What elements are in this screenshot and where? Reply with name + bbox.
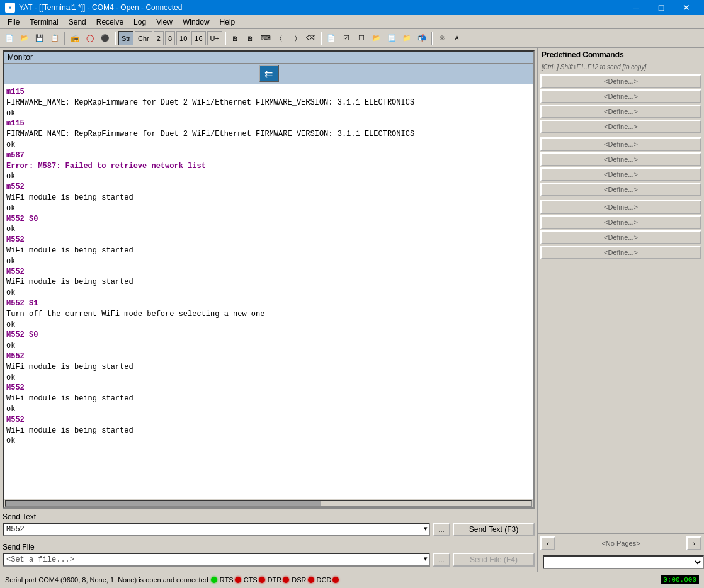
tb-uplus[interactable]: U+: [207, 31, 222, 45]
send-file-input[interactable]: [3, 553, 430, 567]
nav-prev-button[interactable]: ‹: [540, 536, 555, 550]
tb-term1[interactable]: ⌨: [259, 31, 273, 45]
transfer-button[interactable]: ⇇: [259, 65, 279, 82]
predef-btn-12[interactable]: <Define...>: [540, 246, 701, 259]
tb-2[interactable]: 2: [154, 31, 164, 45]
predef-btn-9[interactable]: <Define...>: [540, 200, 701, 214]
terminal-line: m115: [6, 87, 531, 98]
sep3: [225, 32, 226, 45]
nav-next-button[interactable]: ›: [686, 536, 701, 550]
terminal-line: WiFi module is being started: [6, 362, 531, 373]
tb-log5[interactable]: 📃: [385, 31, 399, 45]
title-bar: Y YAT - [[Terminal1 *]] - COM4 - Open - …: [0, 0, 704, 15]
predefined-hint: [Ctrl+] Shift+F1..F12 to send [to copy]: [538, 62, 704, 72]
tb-10[interactable]: 10: [176, 31, 190, 45]
menu-view[interactable]: View: [151, 16, 178, 28]
tb-copy[interactable]: 🗎: [229, 31, 242, 45]
menu-terminal[interactable]: Terminal: [25, 16, 63, 28]
connection-led: [211, 577, 217, 583]
menu-file[interactable]: File: [3, 16, 25, 28]
predef-btn-10[interactable]: <Define...>: [540, 215, 701, 229]
tb-disconnect[interactable]: ⚫: [98, 31, 112, 45]
tb-term4[interactable]: ⌫: [304, 31, 318, 45]
send-text-browse-button[interactable]: ...: [433, 523, 450, 536]
tb-stop[interactable]: ◯: [83, 31, 97, 45]
cts-led: [259, 577, 265, 583]
send-text-row: ... Send Text (F3): [3, 523, 535, 536]
send-file-browse-button[interactable]: ...: [433, 553, 450, 567]
tb-save[interactable]: 💾: [33, 31, 47, 45]
monitor-title: Monitor: [8, 53, 33, 62]
tb-save-as[interactable]: 📋: [48, 31, 62, 45]
send-text-label: Send Text: [3, 512, 535, 521]
predef-btn-6[interactable]: <Define...>: [540, 152, 701, 166]
rts-led: [235, 577, 241, 583]
tb-log2[interactable]: ☑: [339, 31, 353, 45]
terminal-line: WiFi module is being started: [6, 277, 531, 288]
terminal-line: FIRMWARE_NAME: RepRapFirmware for Duet 2…: [6, 129, 531, 140]
close-button[interactable]: ✕: [674, 0, 699, 15]
predef-btn-5[interactable]: <Define...>: [540, 137, 701, 151]
sep2: [115, 32, 116, 45]
tb-chr[interactable]: Chr: [135, 31, 152, 45]
menu-help[interactable]: Help: [215, 16, 241, 28]
tb-new[interactable]: 📄: [3, 31, 16, 45]
status-bar: Serial port COM4 (9600, 8, None, 1, None…: [0, 572, 704, 587]
predef-btn-4[interactable]: <Define...>: [540, 120, 701, 133]
terminal-line: ok: [6, 404, 531, 415]
terminal-line: M552: [6, 351, 531, 362]
monitor-panel: Monitor ⇇ m115FIRMWARE_NAME: RepRapFirmw…: [3, 50, 535, 509]
tb-settings[interactable]: ⚛: [435, 31, 449, 45]
predef-btn-1[interactable]: <Define...>: [540, 74, 701, 88]
terminal-area: Monitor ⇇ m115FIRMWARE_NAME: RepRapFirmw…: [0, 48, 537, 572]
tb-str[interactable]: Str: [118, 31, 133, 45]
horizontal-scrollbar[interactable]: [4, 499, 533, 507]
predef-btn-11[interactable]: <Define...>: [540, 230, 701, 244]
predefined-nav: ‹ <No Pages> ›: [538, 533, 704, 553]
monitor-toolbar: ⇇: [4, 64, 533, 84]
predef-btn-2[interactable]: <Define...>: [540, 89, 701, 103]
tb-log1[interactable]: 📄: [324, 31, 338, 45]
send-text-button[interactable]: Send Text (F3): [453, 523, 535, 536]
maximize-button[interactable]: □: [649, 0, 674, 15]
tb-font[interactable]: Ａ: [450, 31, 464, 45]
tb-open[interactable]: 📂: [18, 31, 31, 45]
menu-receive[interactable]: Receive: [91, 16, 128, 28]
tb-log4[interactable]: 📂: [370, 31, 383, 45]
toolbar: 📄 📂 💾 📋 📻 ◯ ⚫ Str Chr 2 8 10 16 U+ 🗎 🗎 ⌨…: [0, 29, 704, 48]
tb-term2[interactable]: 〈: [274, 31, 288, 45]
send-text-input[interactable]: [3, 523, 430, 536]
tb-log3[interactable]: ☐: [355, 31, 368, 45]
tb-monitor[interactable]: 📻: [68, 31, 82, 45]
send-file-button[interactable]: Send File (F4): [453, 553, 535, 567]
sep1: [64, 32, 65, 45]
tb-16[interactable]: 16: [191, 31, 205, 45]
terminal-line: WiFi module is being started: [6, 246, 531, 256]
tb-8[interactable]: 8: [165, 31, 175, 45]
send-file-label: Send File: [3, 543, 535, 551]
menu-send[interactable]: Send: [64, 16, 91, 28]
terminal-line: ok: [6, 203, 531, 214]
send-file-dropdown-wrapper: [3, 553, 430, 567]
tb-log6[interactable]: 📁: [400, 31, 414, 45]
terminal-line: M552: [6, 235, 531, 246]
tb-copy2[interactable]: 🗎: [244, 31, 258, 45]
terminal-line: FIRMWARE_NAME: RepRapFirmware for Duet 2…: [6, 98, 531, 108]
dtr-indicator: DTR: [268, 576, 290, 584]
send-text-area: Send Text ... Send Text (F3): [3, 511, 535, 539]
tb-term3[interactable]: 〉: [289, 31, 303, 45]
predefined-pages-dropdown[interactable]: [543, 555, 704, 569]
predef-btn-7[interactable]: <Define...>: [540, 167, 701, 181]
tb-log7[interactable]: 📬: [415, 31, 429, 45]
terminal-line: m115: [6, 118, 531, 129]
terminal-line: M552 S0: [6, 330, 531, 341]
main-layout: Monitor ⇇ m115FIRMWARE_NAME: RepRapFirmw…: [0, 48, 704, 572]
minimize-button[interactable]: ─: [623, 0, 649, 15]
predef-btn-8[interactable]: <Define...>: [540, 183, 701, 196]
terminal-output[interactable]: m115FIRMWARE_NAME: RepRapFirmware for Du…: [4, 84, 533, 499]
send-text-dropdown-wrapper: [3, 523, 430, 536]
menu-window[interactable]: Window: [178, 16, 215, 28]
predef-btn-3[interactable]: <Define...>: [540, 105, 701, 118]
terminal-line: WiFi module is being started: [6, 426, 531, 436]
menu-log[interactable]: Log: [128, 16, 151, 28]
